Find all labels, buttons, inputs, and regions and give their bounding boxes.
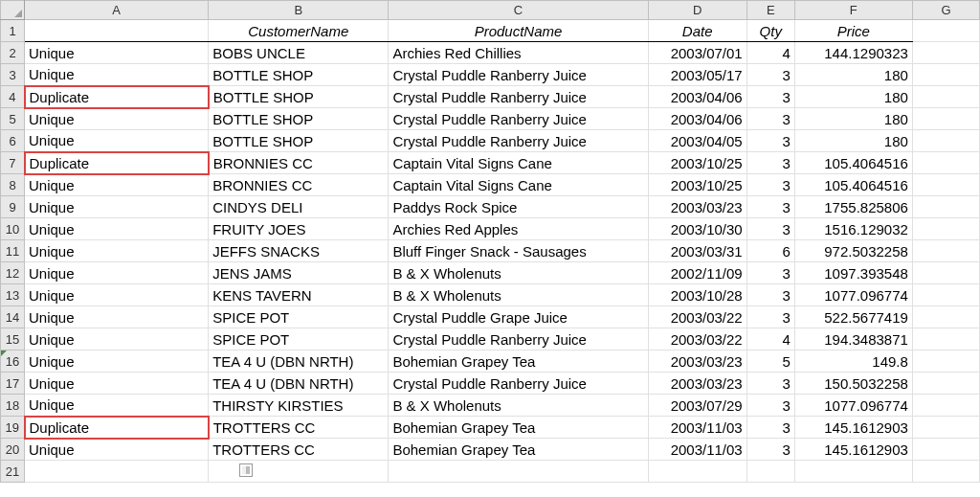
cell-product[interactable]: Bohemian Grapey Tea — [389, 439, 648, 461]
cell-qty[interactable]: 3 — [746, 417, 794, 439]
cell-date[interactable]: 2003/03/23 — [648, 350, 746, 373]
cell-product[interactable]: B & X Wholenuts — [389, 262, 648, 284]
cell-date[interactable]: 2003/10/25 — [648, 152, 746, 174]
cell-status[interactable]: Unique — [25, 42, 209, 64]
cell-status[interactable]: Unique — [25, 328, 209, 350]
row-header-1[interactable]: 1 — [1, 20, 25, 42]
row-header-14[interactable]: 14 — [1, 306, 25, 328]
cell-empty[interactable] — [912, 461, 979, 483]
cell-customer[interactable]: TEA 4 U (DBN NRTH) — [209, 373, 389, 395]
cell-qty[interactable]: 3 — [746, 152, 794, 174]
cell-price[interactable]: 1097.393548 — [794, 262, 912, 284]
cell-customer[interactable]: TEA 4 U (DBN NRTH) — [209, 350, 389, 373]
cell-qty[interactable]: 3 — [746, 174, 794, 196]
cell-empty[interactable] — [912, 152, 979, 174]
spreadsheet-grid[interactable]: A B C D E F G 1CustomerNameProductNameDa… — [0, 0, 980, 483]
select-all-corner[interactable] — [1, 1, 25, 20]
cell-empty[interactable] — [209, 461, 389, 483]
cell-qty[interactable]: 3 — [746, 218, 794, 240]
cell-date[interactable]: 2003/07/29 — [648, 395, 746, 417]
cell-status[interactable]: Unique — [25, 130, 209, 152]
cell-qty[interactable]: 3 — [746, 395, 794, 417]
cell-date[interactable]: 2003/10/28 — [648, 284, 746, 306]
cell-price[interactable]: 150.5032258 — [794, 373, 912, 395]
cell-customer[interactable]: FRUITY JOES — [209, 218, 389, 240]
cell-qty[interactable]: 4 — [746, 328, 794, 350]
cell-price[interactable]: 180 — [794, 130, 912, 152]
column-header-D[interactable]: D — [648, 1, 746, 20]
cell-customer[interactable]: CINDYS DELI — [209, 196, 389, 218]
cell-B1[interactable]: CustomerName — [209, 20, 389, 42]
cell-customer[interactable]: SPICE POT — [209, 306, 389, 328]
row-header-2[interactable]: 2 — [1, 42, 25, 64]
cell-empty[interactable] — [648, 461, 746, 483]
row-header-20[interactable]: 20 — [1, 439, 25, 461]
cell-empty[interactable] — [912, 306, 979, 328]
column-header-E[interactable]: E — [746, 1, 794, 20]
cell-status[interactable]: Unique — [25, 108, 209, 130]
cell-product[interactable]: Bohemian Grapey Tea — [389, 350, 648, 373]
cell-status[interactable]: Unique — [25, 196, 209, 218]
row-header-6[interactable]: 6 — [1, 130, 25, 152]
cell-date[interactable]: 2003/04/06 — [648, 108, 746, 130]
cell-qty[interactable]: 3 — [746, 284, 794, 306]
cell-qty[interactable]: 3 — [746, 262, 794, 284]
cell-customer[interactable]: THIRSTY KIRSTIES — [209, 395, 389, 417]
cell-qty[interactable]: 3 — [746, 86, 794, 108]
cell-product[interactable]: Captain Vital Signs Cane — [389, 174, 648, 196]
cell-price[interactable]: 149.8 — [794, 350, 912, 373]
cell-product[interactable]: Crystal Puddle Ranberry Juice — [389, 108, 648, 130]
cell-price[interactable]: 1077.096774 — [794, 395, 912, 417]
cell-product[interactable]: Crystal Puddle Ranberry Juice — [389, 328, 648, 350]
cell-price[interactable]: 522.5677419 — [794, 306, 912, 328]
column-header-G[interactable]: G — [912, 1, 979, 20]
cell-empty[interactable] — [912, 218, 979, 240]
cell-product[interactable]: B & X Wholenuts — [389, 284, 648, 306]
row-header-12[interactable]: 12 — [1, 262, 25, 284]
cell-product[interactable]: Archies Red Apples — [389, 218, 648, 240]
row-header-11[interactable]: 11 — [1, 240, 25, 262]
cell-F1[interactable]: Price — [794, 20, 912, 42]
cell-price[interactable]: 1755.825806 — [794, 196, 912, 218]
cell-status[interactable]: Unique — [25, 439, 209, 461]
cell-qty[interactable]: 3 — [746, 306, 794, 328]
cell-price[interactable]: 1077.096774 — [794, 284, 912, 306]
cell-status[interactable]: Unique — [25, 350, 209, 373]
cell-date[interactable]: 2003/07/01 — [648, 42, 746, 64]
cell-empty[interactable] — [912, 196, 979, 218]
column-header-F[interactable]: F — [794, 1, 912, 20]
cell-customer[interactable]: TROTTERS CC — [209, 439, 389, 461]
cell-empty[interactable] — [912, 108, 979, 130]
cell-product[interactable]: Crystal Puddle Ranberry Juice — [389, 130, 648, 152]
cell-price[interactable]: 180 — [794, 86, 912, 108]
cell-status[interactable]: Duplicate — [25, 152, 209, 174]
cell-price[interactable]: 180 — [794, 108, 912, 130]
cell-product[interactable]: Crystal Puddle Ranberry Juice — [389, 373, 648, 395]
row-header-10[interactable]: 10 — [1, 218, 25, 240]
cell-customer[interactable]: BOTTLE SHOP — [209, 130, 389, 152]
cell-date[interactable]: 2003/10/30 — [648, 218, 746, 240]
cell-empty[interactable] — [912, 174, 979, 196]
cell-status[interactable]: Duplicate — [25, 417, 209, 439]
cell-C1[interactable]: ProductName — [389, 20, 648, 42]
cell-price[interactable]: 972.5032258 — [794, 240, 912, 262]
cell-date[interactable]: 2003/04/06 — [648, 86, 746, 108]
column-header-C[interactable]: C — [389, 1, 648, 20]
cell-qty[interactable]: 3 — [746, 439, 794, 461]
cell-empty[interactable] — [746, 461, 794, 483]
cell-price[interactable]: 105.4064516 — [794, 152, 912, 174]
cell-date[interactable]: 2003/03/22 — [648, 306, 746, 328]
row-header-3[interactable]: 3 — [1, 64, 25, 86]
row-header-13[interactable]: 13 — [1, 284, 25, 306]
cell-qty[interactable]: 3 — [746, 373, 794, 395]
cell-D1[interactable]: Date — [648, 20, 746, 42]
cell-empty[interactable] — [794, 461, 912, 483]
row-header-18[interactable]: 18 — [1, 395, 25, 417]
cell-empty[interactable] — [912, 417, 979, 439]
cell-qty[interactable]: 4 — [746, 42, 794, 64]
cell-G1[interactable] — [912, 20, 979, 42]
row-header-4[interactable]: 4 — [1, 86, 25, 108]
cell-product[interactable]: Bohemian Grapey Tea — [389, 417, 648, 439]
cell-empty[interactable] — [912, 439, 979, 461]
cell-status[interactable]: Unique — [25, 306, 209, 328]
